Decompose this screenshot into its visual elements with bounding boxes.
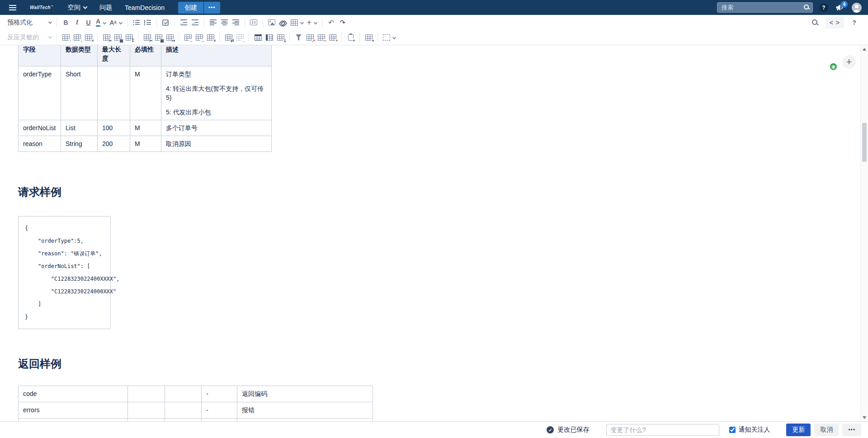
table-header-cell[interactable]: 数据类型 — [61, 45, 98, 66]
insert-table-icon[interactable] — [289, 17, 305, 28]
footer-more-button[interactable]: ••• — [842, 424, 861, 436]
italic-icon[interactable]: I — [71, 17, 83, 28]
update-button[interactable]: 更新 — [786, 424, 811, 436]
editing-user-avatar[interactable]: ✳ — [821, 55, 835, 69]
add-chart-icon[interactable]: + — [327, 32, 338, 43]
table-cell[interactable] — [128, 386, 165, 402]
table-cell-description[interactable]: 订单类型4: 转运出库大包(暂不支持，仅可传5)5: 代发出库小包 — [161, 66, 272, 120]
table-cell[interactable] — [165, 402, 202, 419]
table-cell[interactable]: 返回编码 — [237, 386, 373, 402]
align-left-icon[interactable] — [208, 17, 219, 28]
table-cell[interactable]: Short — [61, 66, 98, 120]
table-cell[interactable]: orderType — [19, 66, 61, 120]
table-cell[interactable]: 100 — [98, 120, 130, 136]
insert-link-icon[interactable] — [278, 17, 289, 28]
insert-image-icon[interactable] — [266, 17, 278, 28]
notifications-button[interactable]: 4 — [835, 2, 845, 13]
table-cell[interactable]: M — [130, 120, 161, 136]
outdent-icon[interactable] — [178, 17, 189, 28]
nav-item-teamdecision[interactable]: TeamDecision — [118, 0, 171, 15]
scroll-up-arrow[interactable] — [861, 45, 868, 53]
delete-table-icon[interactable]: × — [363, 32, 374, 43]
merge-cells-icon[interactable]: ⇄ — [223, 32, 234, 43]
help-icon[interactable]: ? — [819, 3, 828, 12]
find-replace-icon[interactable] — [810, 17, 821, 28]
paragraph-style-dropdown[interactable]: 预格式化 — [6, 17, 53, 28]
cut-column-icon[interactable]: ✂ — [142, 32, 153, 43]
macro-style-dropdown[interactable]: 反应灵敏的 — [6, 32, 53, 43]
source-editor-button[interactable]: < > — [826, 17, 844, 28]
request-sample-heading[interactable]: 请求样例 — [18, 185, 860, 199]
numbered-rows-icon[interactable]: 1 — [275, 32, 286, 43]
text-color-icon[interactable]: A — [94, 17, 108, 28]
more-formatting-icon[interactable]: Aᵃ — [108, 17, 123, 28]
paste-icon[interactable] — [345, 32, 356, 43]
editor-help-icon[interactable]: ? — [849, 17, 860, 28]
header-column-icon[interactable] — [264, 32, 275, 43]
header-row-icon[interactable] — [252, 32, 264, 43]
editor-content[interactable]: 字段数据类型最大长度必填性描述orderTypeShortM订单类型4: 转运出… — [0, 45, 860, 421]
underline-icon[interactable]: U — [83, 17, 94, 28]
request-sample-code-block[interactable]: { "orderType":5, "reason": "错误订单", "orde… — [18, 216, 111, 329]
table-cell[interactable]: M — [130, 136, 161, 152]
table-cell[interactable]: - — [202, 386, 237, 402]
change-comment-input[interactable] — [606, 424, 719, 436]
hamburger-menu-icon[interactable] — [9, 5, 16, 10]
paste-column-icon[interactable]: ↦ — [164, 32, 175, 43]
table-header-cell[interactable]: 最大长度 — [98, 45, 130, 66]
page-layout-icon[interactable] — [248, 17, 259, 28]
scrollbar-thumb[interactable] — [862, 123, 867, 162]
table-cell[interactable]: 报错 — [237, 402, 373, 419]
table-cell[interactable]: 200 — [98, 136, 130, 152]
table-size-icon[interactable] — [381, 32, 397, 43]
table-cell[interactable] — [98, 66, 130, 120]
align-center-icon[interactable] — [219, 17, 230, 28]
notify-watchers-checkbox[interactable] — [729, 427, 736, 433]
table-cell-description[interactable]: 多个订单号 — [161, 120, 272, 136]
nav-item-spaces[interactable]: 空间 — [61, 0, 93, 15]
table-cell[interactable] — [165, 386, 202, 402]
nav-item-issues[interactable]: 问题 — [93, 0, 118, 15]
table-cell[interactable]: - — [202, 402, 237, 419]
undo-icon[interactable]: ↶ — [326, 17, 337, 28]
scroll-down-arrow[interactable] — [861, 414, 868, 421]
user-avatar[interactable] — [852, 3, 862, 13]
bullet-list-icon[interactable] — [131, 17, 142, 28]
table-cell[interactable]: errors — [19, 402, 128, 419]
copy-row-icon[interactable]: ▣ — [112, 32, 123, 43]
insert-column-before-icon[interactable]: ← — [182, 32, 193, 43]
table-header-cell[interactable]: 描述 — [161, 45, 272, 66]
copy-column-icon[interactable]: ▣ — [153, 32, 164, 43]
filter-table-icon[interactable] — [293, 32, 304, 43]
table-chart-icon[interactable]: ∼ — [316, 32, 327, 43]
task-list-icon[interactable] — [160, 17, 171, 28]
paste-row-icon[interactable]: ↧ — [123, 32, 135, 43]
insert-row-below-icon[interactable]: ↓ — [71, 32, 83, 43]
bold-icon[interactable]: B — [60, 17, 71, 28]
notify-watchers-control[interactable]: 通知关注人 — [729, 426, 770, 434]
table-cell-description[interactable]: 取消原因 — [161, 136, 272, 152]
table-header-cell[interactable]: 字段 — [19, 45, 61, 66]
redo-icon[interactable]: ↷ — [337, 17, 348, 28]
table-header-cell[interactable]: 必填性 — [130, 45, 161, 66]
walltech-logo[interactable]: WallTech™ — [30, 5, 53, 10]
cancel-button[interactable]: 取消 — [814, 424, 839, 436]
numbered-list-icon[interactable] — [142, 17, 153, 28]
delete-column-icon[interactable]: × — [205, 32, 216, 43]
response-sample-heading[interactable]: 返回样例 — [18, 357, 860, 371]
table-cell[interactable]: List — [61, 120, 98, 136]
pivot-table-icon[interactable]: ↗ — [304, 32, 316, 43]
split-cells-icon[interactable]: ↔ — [234, 32, 245, 43]
table-cell[interactable]: reason — [19, 136, 61, 152]
table-cell[interactable]: orderNoList — [19, 120, 61, 136]
search-icon[interactable] — [803, 4, 810, 10]
align-right-icon[interactable] — [230, 17, 241, 28]
insert-more-icon[interactable]: + — [305, 17, 319, 28]
table-cell[interactable] — [128, 402, 165, 419]
create-button[interactable]: 创建 — [178, 2, 203, 14]
add-collaborator-button[interactable]: + — [842, 55, 856, 69]
search-input[interactable] — [717, 2, 813, 13]
table-cell[interactable]: code — [19, 386, 128, 402]
table-cell[interactable]: String — [61, 136, 98, 152]
insert-column-after-icon[interactable]: → — [193, 32, 205, 43]
